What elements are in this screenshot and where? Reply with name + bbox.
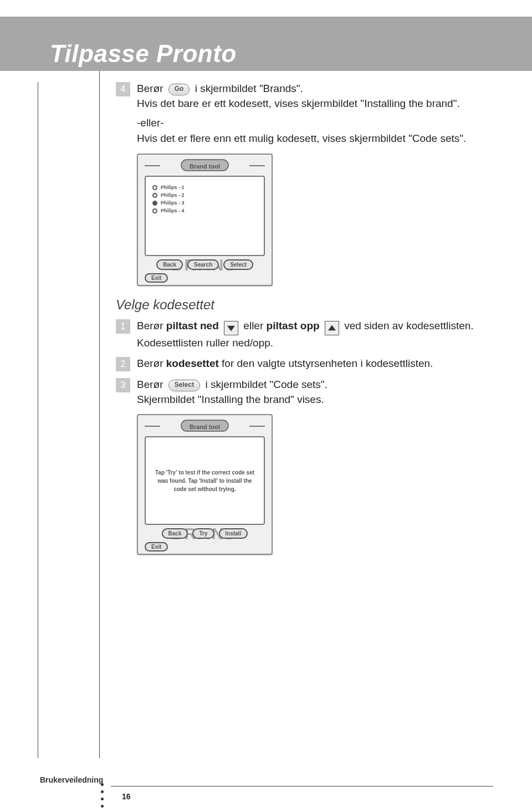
- step-text: piltast ned: [166, 320, 219, 331]
- list-item[interactable]: Philips - 3: [152, 200, 257, 206]
- step-3: 3 Berør Select i skjermbildet "Code sets…: [116, 378, 504, 406]
- search-button[interactable]: Search: [187, 259, 219, 270]
- step-text: Berør: [137, 379, 163, 390]
- step-text: ved siden av kodesettlisten.: [344, 320, 473, 331]
- footer-label: Brukerveiledning: [40, 775, 103, 784]
- step-text: kodesettet: [166, 358, 219, 369]
- step-text: Berør: [137, 83, 163, 94]
- select-button[interactable]: Select: [223, 259, 253, 270]
- step-2: 2 Berør kodesettet for den valgte utstyr…: [116, 357, 504, 371]
- footer-dots: [101, 783, 104, 808]
- step-text: for den valgte utstyrsenheten i kodesett…: [222, 358, 433, 369]
- back-button[interactable]: Back: [156, 259, 183, 270]
- step-text: Kodesettlisten ruller ned/opp.: [137, 336, 504, 350]
- step-text: Berør: [137, 320, 163, 331]
- step-number: 1: [116, 319, 130, 334]
- arrow-up-icon[interactable]: [325, 321, 339, 335]
- step-text: Hvis det bare er ett kodesett, vises skj…: [137, 97, 504, 111]
- device-message: Tap 'Try' to test if the correct code se…: [155, 468, 255, 493]
- step-text: piltast opp: [267, 320, 320, 331]
- select-button[interactable]: Select: [168, 380, 200, 391]
- or-label: -eller-: [137, 117, 504, 129]
- step-4: 4 Berør Go i skjermbildet "Brands". Hvis…: [116, 82, 504, 110]
- svg-marker-1: [328, 325, 336, 331]
- device-title: Brand tool: [181, 420, 229, 432]
- exit-button[interactable]: Exit: [145, 273, 168, 283]
- go-button[interactable]: Go: [168, 84, 190, 95]
- device-title: Brand tool: [181, 159, 229, 171]
- step-text: i skjermbildet "Brands".: [195, 83, 303, 94]
- vertical-rule: [99, 71, 100, 758]
- back-button[interactable]: Back: [162, 528, 188, 539]
- step-text: eller: [243, 320, 263, 331]
- section-subheading: Velge kodesettet: [116, 297, 504, 313]
- step-number: 4: [116, 82, 130, 96]
- page-title: Tilpasse Pronto: [50, 40, 237, 68]
- list-item[interactable]: Philips - 2: [152, 192, 257, 198]
- step-text: i skjermbildet "Code sets".: [205, 379, 327, 390]
- svg-marker-0: [227, 326, 235, 331]
- page-header: Tilpasse Pronto: [0, 17, 532, 71]
- step-1: 1 Berør piltast ned eller piltast opp ve…: [116, 319, 504, 350]
- device-screenshot-install: Brand tool Tap 'Try' to test if the corr…: [137, 414, 273, 555]
- try-button[interactable]: Try: [192, 528, 214, 539]
- step-number: 2: [116, 357, 130, 371]
- exit-button[interactable]: Exit: [145, 542, 168, 551]
- step-text: Skjermbildet "Installing the brand" vise…: [137, 393, 504, 407]
- step-text: Berør: [137, 358, 163, 369]
- arrow-down-icon[interactable]: [224, 321, 238, 335]
- page-content: 4 Berør Go i skjermbildet "Brands". Hvis…: [116, 82, 504, 555]
- footer-rule: [111, 786, 493, 787]
- install-button[interactable]: Install: [219, 528, 248, 539]
- device-screenshot-codesets: Brand tool Philips - 1 Philips - 2 Phili…: [137, 154, 273, 286]
- page-number: 16: [122, 792, 131, 801]
- or-text: Hvis det er flere enn ett mulig kodesett…: [137, 132, 504, 145]
- list-item[interactable]: Philips - 1: [152, 185, 257, 190]
- list-item[interactable]: Philips - 4: [152, 208, 257, 213]
- step-number: 3: [116, 378, 130, 392]
